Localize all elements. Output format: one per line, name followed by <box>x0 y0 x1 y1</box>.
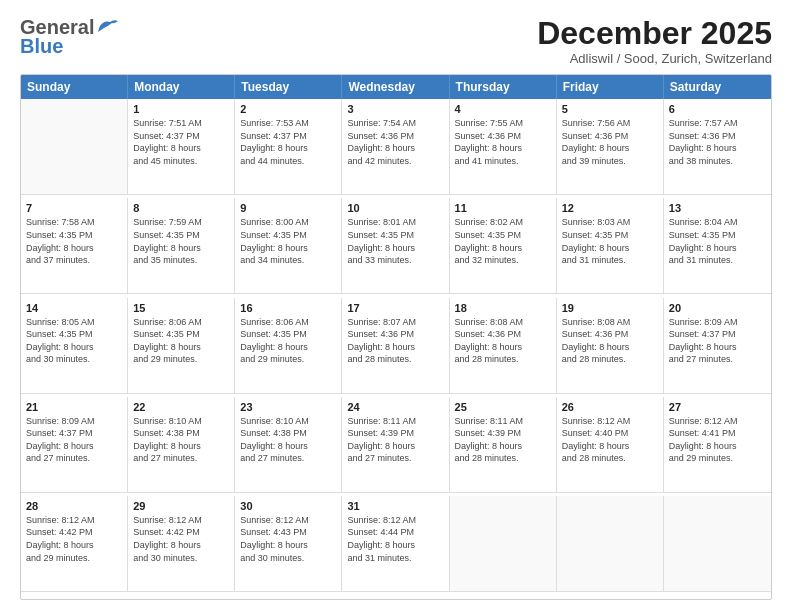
day-number: 10 <box>347 202 443 214</box>
day-number: 26 <box>562 401 658 413</box>
empty-cell <box>21 99 128 195</box>
logo-bird-icon <box>96 18 118 34</box>
calendar: SundayMondayTuesdayWednesdayThursdayFrid… <box>20 74 772 600</box>
empty-cell <box>664 496 771 592</box>
day-info: Sunrise: 7:56 AMSunset: 4:36 PMDaylight:… <box>562 117 658 167</box>
day-number: 19 <box>562 302 658 314</box>
day-cell-1: 1Sunrise: 7:51 AMSunset: 4:37 PMDaylight… <box>128 99 235 195</box>
day-number: 7 <box>26 202 122 214</box>
header-day-wednesday: Wednesday <box>342 75 449 99</box>
day-number: 14 <box>26 302 122 314</box>
header-day-sunday: Sunday <box>21 75 128 99</box>
title-block: December 2025 Adliswil / Sood, Zurich, S… <box>537 16 772 66</box>
day-cell-7: 7Sunrise: 7:58 AMSunset: 4:35 PMDaylight… <box>21 198 128 294</box>
day-cell-29: 29Sunrise: 8:12 AMSunset: 4:42 PMDayligh… <box>128 496 235 592</box>
day-cell-12: 12Sunrise: 8:03 AMSunset: 4:35 PMDayligh… <box>557 198 664 294</box>
day-cell-5: 5Sunrise: 7:56 AMSunset: 4:36 PMDaylight… <box>557 99 664 195</box>
day-info: Sunrise: 7:51 AMSunset: 4:37 PMDaylight:… <box>133 117 229 167</box>
header-day-monday: Monday <box>128 75 235 99</box>
day-cell-31: 31Sunrise: 8:12 AMSunset: 4:44 PMDayligh… <box>342 496 449 592</box>
day-number: 24 <box>347 401 443 413</box>
day-number: 28 <box>26 500 122 512</box>
day-cell-30: 30Sunrise: 8:12 AMSunset: 4:43 PMDayligh… <box>235 496 342 592</box>
day-info: Sunrise: 8:09 AMSunset: 4:37 PMDaylight:… <box>669 316 766 366</box>
day-info: Sunrise: 8:08 AMSunset: 4:36 PMDaylight:… <box>562 316 658 366</box>
day-number: 20 <box>669 302 766 314</box>
header-day-thursday: Thursday <box>450 75 557 99</box>
day-cell-6: 6Sunrise: 7:57 AMSunset: 4:36 PMDaylight… <box>664 99 771 195</box>
day-cell-15: 15Sunrise: 8:06 AMSunset: 4:35 PMDayligh… <box>128 298 235 394</box>
day-number: 21 <box>26 401 122 413</box>
day-number: 22 <box>133 401 229 413</box>
day-info: Sunrise: 8:04 AMSunset: 4:35 PMDaylight:… <box>669 216 766 266</box>
day-cell-17: 17Sunrise: 8:07 AMSunset: 4:36 PMDayligh… <box>342 298 449 394</box>
day-info: Sunrise: 8:11 AMSunset: 4:39 PMDaylight:… <box>455 415 551 465</box>
day-number: 30 <box>240 500 336 512</box>
day-cell-16: 16Sunrise: 8:06 AMSunset: 4:35 PMDayligh… <box>235 298 342 394</box>
day-cell-21: 21Sunrise: 8:09 AMSunset: 4:37 PMDayligh… <box>21 397 128 493</box>
day-cell-4: 4Sunrise: 7:55 AMSunset: 4:36 PMDaylight… <box>450 99 557 195</box>
month-title: December 2025 <box>537 16 772 51</box>
day-number: 16 <box>240 302 336 314</box>
day-info: Sunrise: 8:00 AMSunset: 4:35 PMDaylight:… <box>240 216 336 266</box>
page: General Blue December 2025 Adliswil / So… <box>0 0 792 612</box>
subtitle: Adliswil / Sood, Zurich, Switzerland <box>537 51 772 66</box>
day-number: 29 <box>133 500 229 512</box>
day-cell-20: 20Sunrise: 8:09 AMSunset: 4:37 PMDayligh… <box>664 298 771 394</box>
day-cell-14: 14Sunrise: 8:05 AMSunset: 4:35 PMDayligh… <box>21 298 128 394</box>
day-info: Sunrise: 8:11 AMSunset: 4:39 PMDaylight:… <box>347 415 443 465</box>
day-info: Sunrise: 8:01 AMSunset: 4:35 PMDaylight:… <box>347 216 443 266</box>
day-number: 17 <box>347 302 443 314</box>
logo: General Blue <box>20 16 118 58</box>
day-info: Sunrise: 8:10 AMSunset: 4:38 PMDaylight:… <box>133 415 229 465</box>
day-number: 12 <box>562 202 658 214</box>
calendar-body: 1Sunrise: 7:51 AMSunset: 4:37 PMDaylight… <box>21 99 771 595</box>
day-number: 9 <box>240 202 336 214</box>
day-number: 25 <box>455 401 551 413</box>
day-number: 18 <box>455 302 551 314</box>
logo-blue: Blue <box>20 35 63 58</box>
day-info: Sunrise: 8:05 AMSunset: 4:35 PMDaylight:… <box>26 316 122 366</box>
day-number: 27 <box>669 401 766 413</box>
day-number: 11 <box>455 202 551 214</box>
day-info: Sunrise: 8:12 AMSunset: 4:43 PMDaylight:… <box>240 514 336 564</box>
day-number: 1 <box>133 103 229 115</box>
header-day-friday: Friday <box>557 75 664 99</box>
day-number: 3 <box>347 103 443 115</box>
day-info: Sunrise: 7:58 AMSunset: 4:35 PMDaylight:… <box>26 216 122 266</box>
day-cell-22: 22Sunrise: 8:10 AMSunset: 4:38 PMDayligh… <box>128 397 235 493</box>
day-number: 31 <box>347 500 443 512</box>
day-info: Sunrise: 8:12 AMSunset: 4:42 PMDaylight:… <box>133 514 229 564</box>
day-info: Sunrise: 8:02 AMSunset: 4:35 PMDaylight:… <box>455 216 551 266</box>
day-cell-19: 19Sunrise: 8:08 AMSunset: 4:36 PMDayligh… <box>557 298 664 394</box>
day-info: Sunrise: 8:03 AMSunset: 4:35 PMDaylight:… <box>562 216 658 266</box>
day-info: Sunrise: 7:53 AMSunset: 4:37 PMDaylight:… <box>240 117 336 167</box>
day-number: 4 <box>455 103 551 115</box>
day-cell-9: 9Sunrise: 8:00 AMSunset: 4:35 PMDaylight… <box>235 198 342 294</box>
day-info: Sunrise: 8:06 AMSunset: 4:35 PMDaylight:… <box>240 316 336 366</box>
header-day-saturday: Saturday <box>664 75 771 99</box>
day-cell-8: 8Sunrise: 7:59 AMSunset: 4:35 PMDaylight… <box>128 198 235 294</box>
empty-cell <box>557 496 664 592</box>
day-info: Sunrise: 7:55 AMSunset: 4:36 PMDaylight:… <box>455 117 551 167</box>
day-info: Sunrise: 8:10 AMSunset: 4:38 PMDaylight:… <box>240 415 336 465</box>
day-cell-28: 28Sunrise: 8:12 AMSunset: 4:42 PMDayligh… <box>21 496 128 592</box>
day-cell-3: 3Sunrise: 7:54 AMSunset: 4:36 PMDaylight… <box>342 99 449 195</box>
day-cell-10: 10Sunrise: 8:01 AMSunset: 4:35 PMDayligh… <box>342 198 449 294</box>
day-info: Sunrise: 8:07 AMSunset: 4:36 PMDaylight:… <box>347 316 443 366</box>
day-info: Sunrise: 8:12 AMSunset: 4:44 PMDaylight:… <box>347 514 443 564</box>
day-info: Sunrise: 8:09 AMSunset: 4:37 PMDaylight:… <box>26 415 122 465</box>
day-cell-26: 26Sunrise: 8:12 AMSunset: 4:40 PMDayligh… <box>557 397 664 493</box>
empty-cell <box>450 496 557 592</box>
header-day-tuesday: Tuesday <box>235 75 342 99</box>
day-info: Sunrise: 8:08 AMSunset: 4:36 PMDaylight:… <box>455 316 551 366</box>
day-number: 8 <box>133 202 229 214</box>
day-cell-23: 23Sunrise: 8:10 AMSunset: 4:38 PMDayligh… <box>235 397 342 493</box>
day-number: 2 <box>240 103 336 115</box>
day-info: Sunrise: 7:54 AMSunset: 4:36 PMDaylight:… <box>347 117 443 167</box>
day-info: Sunrise: 7:59 AMSunset: 4:35 PMDaylight:… <box>133 216 229 266</box>
day-number: 13 <box>669 202 766 214</box>
day-cell-25: 25Sunrise: 8:11 AMSunset: 4:39 PMDayligh… <box>450 397 557 493</box>
day-info: Sunrise: 7:57 AMSunset: 4:36 PMDaylight:… <box>669 117 766 167</box>
day-cell-24: 24Sunrise: 8:11 AMSunset: 4:39 PMDayligh… <box>342 397 449 493</box>
